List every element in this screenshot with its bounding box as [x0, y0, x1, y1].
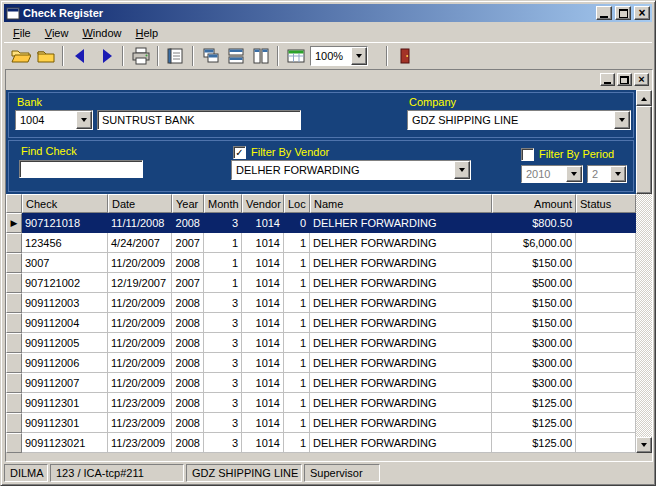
col-header-status[interactable]: Status	[576, 194, 636, 213]
table-row[interactable]: 909112006 11/20/2009 2008 3 1014 1 DELHE…	[6, 353, 636, 373]
company-dropdown-button[interactable]	[614, 111, 630, 129]
cell-loc: 1	[284, 393, 310, 413]
cell-name: DELHER FORWARDING	[310, 333, 492, 353]
cell-amount: $125.00	[492, 433, 576, 453]
minimize-button[interactable]	[596, 6, 612, 20]
child-minimize-button[interactable]	[600, 73, 615, 86]
zoom-combo[interactable]: 100%	[310, 46, 368, 66]
col-header-check[interactable]: Check	[22, 194, 108, 213]
cell-year: 2007	[172, 233, 204, 253]
back-button[interactable]	[68, 44, 93, 68]
tile-horizontal-button[interactable]	[223, 44, 248, 68]
vendor-combo[interactable]: DELHER FORWARDING	[231, 160, 471, 180]
bank-name-value: SUNTRUST BANK	[102, 114, 195, 126]
scrollbar-thumb[interactable]	[636, 106, 652, 194]
tile-horizontal-icon	[226, 47, 246, 65]
maximize-button[interactable]	[615, 6, 631, 20]
print-button[interactable]	[128, 44, 153, 68]
cell-vendor: 1014	[242, 213, 284, 233]
dropdown-arrow-icon	[81, 118, 87, 122]
child-restore-button[interactable]	[617, 73, 632, 86]
col-header-selector	[6, 194, 22, 213]
toolbar-separator	[122, 46, 124, 66]
scroll-down-button[interactable]	[636, 437, 652, 453]
folder-icon	[36, 47, 56, 65]
row-selector-cell	[6, 233, 22, 253]
table-row[interactable]: 909112007 11/20/2009 2008 3 1014 1 DELHE…	[6, 373, 636, 393]
cell-month: 1	[204, 253, 242, 273]
open-button[interactable]	[8, 44, 33, 68]
close-button[interactable]: ×	[634, 6, 650, 20]
cell-vendor: 1014	[242, 413, 284, 433]
table-row[interactable]: 909112003 11/20/2009 2008 3 1014 1 DELHE…	[6, 293, 636, 313]
cell-check: 909112003	[22, 293, 108, 313]
period-year-dropdown-button[interactable]	[566, 166, 582, 182]
table-row[interactable]: 907121002 12/19/2007 2007 1 1014 1 DELHE…	[6, 273, 636, 293]
cell-check: 909112006	[22, 353, 108, 373]
company-combo[interactable]: GDZ SHIPPING LINE	[407, 110, 631, 130]
cell-name: DELHER FORWARDING	[310, 213, 492, 233]
close-icon: ×	[638, 75, 644, 84]
bank-label: Bank	[17, 96, 42, 108]
vertical-scrollbar[interactable]	[636, 90, 652, 453]
col-header-loc[interactable]: Loc	[284, 194, 310, 213]
titlebar[interactable]: Check Register ×	[4, 4, 652, 22]
tile-vertical-button[interactable]	[248, 44, 273, 68]
status-company: GDZ SHIPPING LINE	[186, 464, 302, 482]
col-header-date[interactable]: Date	[108, 194, 172, 213]
status-filler	[382, 464, 652, 482]
period-month-combo[interactable]: 2	[587, 165, 627, 183]
row-selector-cell	[6, 393, 22, 413]
period-month-dropdown-button[interactable]	[610, 166, 626, 182]
menu-view[interactable]: View	[38, 25, 76, 41]
table-row[interactable]: 909112301 11/23/2009 2008 3 1014 1 DELHE…	[6, 393, 636, 413]
cell-loc: 1	[284, 353, 310, 373]
menu-file[interactable]: File	[6, 25, 38, 41]
cell-status	[576, 253, 636, 273]
toolbar-separator	[386, 46, 388, 66]
table-row[interactable]: 3007 11/20/2009 2008 1 1014 1 DELHER FOR…	[6, 253, 636, 273]
find-check-input[interactable]	[19, 160, 143, 178]
table-view-button[interactable]	[283, 44, 308, 68]
vendor-dropdown-button[interactable]	[454, 161, 470, 179]
col-header-amount[interactable]: Amount	[492, 194, 576, 213]
period-year-combo[interactable]: 2010	[521, 165, 583, 183]
bank-combo[interactable]: 1004	[15, 110, 93, 130]
cell-name: DELHER FORWARDING	[310, 353, 492, 373]
table-row[interactable]: 909112005 11/20/2009 2008 3 1014 1 DELHE…	[6, 333, 636, 353]
bank-name-field[interactable]: SUNTRUST BANK	[97, 110, 301, 130]
col-header-name[interactable]: Name	[310, 194, 492, 213]
preview-button[interactable]	[163, 44, 188, 68]
filter-by-period-checkbox[interactable]	[521, 148, 534, 161]
cell-name: DELHER FORWARDING	[310, 373, 492, 393]
scroll-up-button[interactable]	[636, 90, 652, 106]
table-row[interactable]: 909112301 11/23/2009 2008 3 1014 1 DELHE…	[6, 413, 636, 433]
folder-button[interactable]	[33, 44, 58, 68]
cell-amount: $125.00	[492, 393, 576, 413]
dropdown-arrow-icon	[619, 118, 625, 122]
cell-date: 11/20/2009	[108, 333, 172, 353]
cell-name: DELHER FORWARDING	[310, 313, 492, 333]
report-icon	[166, 47, 186, 65]
col-header-vendor[interactable]: Vendor	[242, 194, 284, 213]
cell-loc: 1	[284, 313, 310, 333]
menu-help[interactable]: Help	[129, 25, 166, 41]
forward-button[interactable]	[93, 44, 118, 68]
exit-button[interactable]	[392, 44, 417, 68]
child-close-button[interactable]: ×	[634, 73, 649, 86]
col-header-year[interactable]: Year	[172, 194, 204, 213]
table-row[interactable]: 123456 4/24/2007 2007 1 1014 1 DELHER FO…	[6, 233, 636, 253]
table-row[interactable]: 909112004 11/20/2009 2008 3 1014 1 DELHE…	[6, 313, 636, 333]
cell-date: 11/20/2009	[108, 373, 172, 393]
table-row[interactable]: ▶ 907121018 11/11/2008 2008 3 1014 0 DEL…	[6, 213, 636, 233]
menu-window[interactable]: Window	[75, 25, 128, 41]
tile-vertical-icon	[251, 47, 271, 65]
cascade-windows-button[interactable]	[198, 44, 223, 68]
cascade-icon	[201, 47, 221, 65]
zoom-dropdown-button[interactable]	[351, 47, 367, 65]
table-row[interactable]: 9091123021 11/23/2009 2008 3 1014 1 DELH…	[6, 433, 636, 453]
bank-dropdown-button[interactable]	[76, 111, 92, 129]
cell-date: 11/23/2009	[108, 413, 172, 433]
filter-by-vendor-checkbox[interactable]: ✓	[233, 146, 246, 159]
col-header-month[interactable]: Month	[204, 194, 242, 213]
